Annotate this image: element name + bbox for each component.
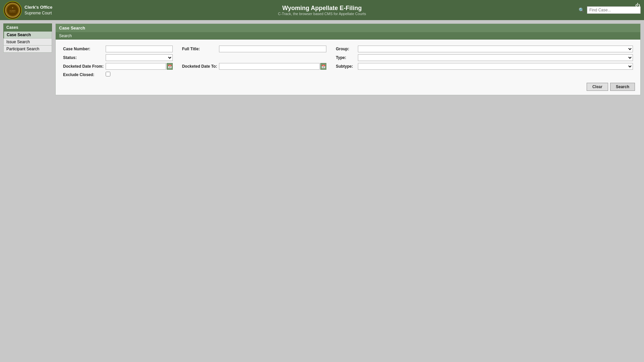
type-label: Type:: [336, 54, 356, 61]
button-row: Clear Search: [61, 83, 635, 91]
org-line1: Clerk's Office: [24, 4, 52, 10]
type-select[interactable]: [358, 54, 633, 61]
docketed-date-to-label: Docketed Date To:: [182, 63, 217, 70]
app-header: ★ WYOMING STATE SEAL Clerk's Office Supr…: [0, 0, 644, 20]
sidebar-section-header: Cases: [3, 23, 52, 32]
svg-text:STATE SEAL: STATE SEAL: [10, 11, 16, 13]
sidebar-item-case-search[interactable]: Case Search: [3, 32, 52, 39]
docketed-date-from-input[interactable]: [106, 63, 166, 70]
panel-subheader: Search: [56, 33, 640, 40]
status-label2: Status:: [63, 54, 104, 61]
svg-text:★: ★: [12, 6, 13, 9]
status-select2[interactable]: [106, 54, 173, 61]
form-row-3: Docketed Date From: 📅 Docketed Date To:: [63, 63, 633, 70]
docketed-date-to-calendar[interactable]: 📅: [320, 63, 326, 70]
case-search-panel: Case Search Search Case Number: Full Tit…: [55, 23, 641, 95]
subtype-select[interactable]: [358, 63, 633, 70]
subtype-label: Subtype:: [336, 63, 356, 70]
content-area: Case Search Search Case Number: Full Tit…: [55, 23, 641, 95]
svg-text:WYOMING: WYOMING: [9, 10, 16, 11]
main-content: Cases Case Search Issue Search Participa…: [0, 20, 644, 99]
app-title: Wyoming Appellate E-Filing: [278, 5, 366, 12]
docketed-date-to-input[interactable]: [219, 63, 320, 70]
header-right: 🔍: [579, 6, 641, 14]
full-title-label2: Full Title:: [182, 46, 217, 52]
find-case-input[interactable]: [587, 6, 641, 14]
org-name: Clerk's Office Supreme Court: [24, 4, 52, 16]
case-number-label2: Case Number:: [63, 46, 104, 52]
app-subtitle: C-Track, the browser based CMS for Appel…: [278, 12, 366, 16]
sidebar-item-issue-search[interactable]: Issue Search: [3, 39, 52, 46]
form-row-4: Exclude Closed:: [63, 72, 633, 77]
power-icon[interactable]: ⏻: [635, 3, 640, 8]
find-case-search-icon[interactable]: 🔍: [579, 7, 584, 13]
full-title-input2[interactable]: [219, 46, 326, 52]
exclude-closed-checkbox[interactable]: [106, 72, 110, 76]
app-logo: ★ WYOMING STATE SEAL: [3, 1, 22, 19]
panel-body: Case Number: Full Title: Status:: [56, 40, 640, 95]
form-row-1: Case Number: Full Title: Group:: [63, 46, 633, 52]
panel-header: Case Search: [56, 24, 640, 33]
docketed-date-from-wrapper: 📅: [106, 63, 173, 70]
exclude-closed-label: Exclude Closed:: [63, 72, 104, 77]
clear-button[interactable]: Clear: [587, 83, 608, 91]
case-number-input2[interactable]: [106, 46, 173, 52]
app-title-block: Wyoming Appellate E-Filing C-Track, the …: [278, 5, 366, 16]
docketed-date-to-wrapper: 📅: [219, 63, 326, 70]
docketed-date-from-label: Docketed Date From:: [63, 63, 104, 70]
form-row-2: Status: Type:: [63, 54, 633, 61]
group-select2[interactable]: [358, 46, 633, 52]
sidebar: Cases Case Search Issue Search Participa…: [3, 23, 52, 95]
group-label2: Group:: [336, 46, 356, 52]
sidebar-item-participant-search[interactable]: Participant Search: [3, 46, 52, 53]
docketed-date-from-calendar[interactable]: 📅: [167, 63, 173, 70]
form-table: Case Number: Full Title: Group: Status:: [61, 44, 635, 79]
search-button[interactable]: Search: [610, 83, 635, 91]
org-line2: Supreme Court: [24, 10, 52, 16]
